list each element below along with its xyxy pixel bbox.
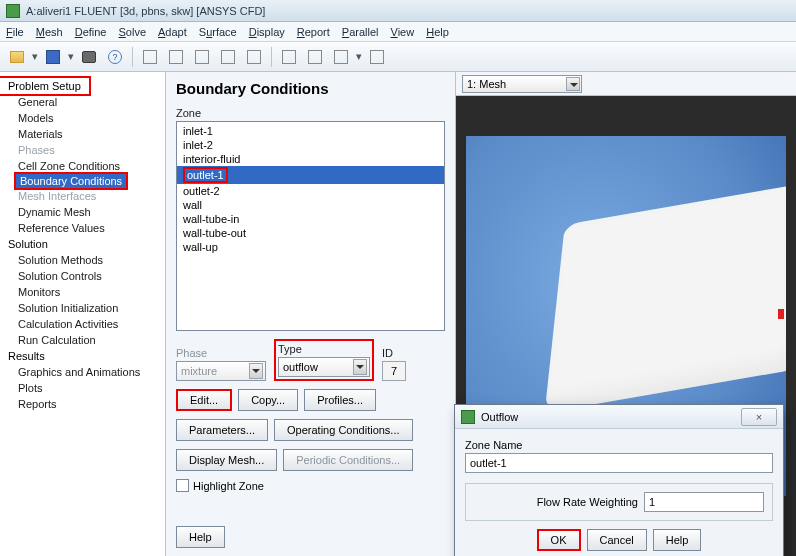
ok-button[interactable]: OK xyxy=(537,529,581,551)
axes-icon xyxy=(308,50,322,64)
menu-surface[interactable]: Surface xyxy=(199,26,237,38)
nav-materials[interactable]: Materials xyxy=(0,126,165,142)
display-mesh-button[interactable]: Display Mesh... xyxy=(176,449,277,471)
nav-models[interactable]: Models xyxy=(0,110,165,126)
dialog-help-button[interactable]: Help xyxy=(653,529,702,551)
pan-icon xyxy=(169,50,183,64)
fit-tool[interactable] xyxy=(278,46,300,68)
flow-rate-weighting-input[interactable]: 1 xyxy=(644,492,764,512)
zoom-tool[interactable] xyxy=(191,46,213,68)
zoom-icon xyxy=(195,50,209,64)
dialog-icon xyxy=(461,410,475,424)
nav-reference-values[interactable]: Reference Values xyxy=(0,220,165,236)
chevron-down-icon xyxy=(353,359,367,375)
nav-plots[interactable]: Plots xyxy=(0,380,165,396)
menu-display[interactable]: Display xyxy=(249,26,285,38)
save-button[interactable] xyxy=(42,46,64,68)
close-button[interactable]: × xyxy=(741,408,777,426)
zone-item[interactable]: inlet-2 xyxy=(177,138,444,152)
probe-tool[interactable] xyxy=(243,46,265,68)
dialog-titlebar[interactable]: Outflow × xyxy=(455,405,783,429)
menu-file[interactable]: File xyxy=(6,26,24,38)
menu-mesh[interactable]: Mesh xyxy=(36,26,63,38)
nav-graphics[interactable]: Graphics and Animations xyxy=(0,364,165,380)
probe-icon xyxy=(247,50,261,64)
highlight-zone-checkbox[interactable] xyxy=(176,479,189,492)
nav-solution[interactable]: Solution xyxy=(0,236,165,252)
zone-listbox[interactable]: inlet-1 inlet-2 interior-fluid outlet-1 … xyxy=(176,121,445,331)
nav-run-calculation[interactable]: Run Calculation xyxy=(0,332,165,348)
nav-mesh-interfaces[interactable]: Mesh Interfaces xyxy=(0,188,165,204)
toolbar: ▾ ▾ ? ▾ xyxy=(0,42,796,72)
menu-solve[interactable]: Solve xyxy=(118,26,146,38)
operating-conditions-button[interactable]: Operating Conditions... xyxy=(274,419,413,441)
close-icon: × xyxy=(756,411,762,423)
nav-solution-initialization[interactable]: Solution Initialization xyxy=(0,300,165,316)
layout-tool[interactable] xyxy=(330,46,352,68)
rotate-icon xyxy=(143,50,157,64)
copy-button[interactable]: Copy... xyxy=(238,389,298,411)
menu-help[interactable]: Help xyxy=(426,26,449,38)
titlebar: A:aliveri1 FLUENT [3d, pbns, skw] [ANSYS… xyxy=(0,0,796,22)
fit-icon xyxy=(282,50,296,64)
nav-boundary-conditions[interactable]: Boundary Conditions xyxy=(14,172,128,190)
task-heading: Boundary Conditions xyxy=(176,80,445,97)
zone-item[interactable]: wall-up xyxy=(177,240,444,254)
edit-button[interactable]: Edit... xyxy=(176,389,232,411)
screenshot-button[interactable] xyxy=(78,46,100,68)
zone-item[interactable]: inlet-1 xyxy=(177,124,444,138)
flow-rate-group: Flow Rate Weighting 1 xyxy=(465,483,773,521)
viewport-selector[interactable]: 1: Mesh xyxy=(462,75,582,93)
phase-label: Phase xyxy=(176,347,266,359)
app-icon xyxy=(6,4,20,18)
rotate-tool[interactable] xyxy=(139,46,161,68)
type-combo[interactable]: outflow xyxy=(278,357,370,377)
nav-dynamic-mesh[interactable]: Dynamic Mesh xyxy=(0,204,165,220)
nav-problem-setup[interactable]: Problem Setup xyxy=(0,76,91,96)
zone-item[interactable]: wall xyxy=(177,198,444,212)
cancel-button[interactable]: Cancel xyxy=(587,529,647,551)
help-button[interactable]: Help xyxy=(176,526,225,548)
zone-item[interactable]: wall-tube-out xyxy=(177,226,444,240)
open-button[interactable] xyxy=(6,46,28,68)
menu-view[interactable]: View xyxy=(391,26,415,38)
id-label: ID xyxy=(382,347,406,359)
nav-solution-methods[interactable]: Solution Methods xyxy=(0,252,165,268)
layout-icon xyxy=(334,50,348,64)
help-icon: ? xyxy=(108,50,122,64)
pan-tool[interactable] xyxy=(165,46,187,68)
boundary-marker xyxy=(778,309,784,319)
flow-rate-weighting-label: Flow Rate Weighting xyxy=(537,496,638,508)
menu-define[interactable]: Define xyxy=(75,26,107,38)
help-button[interactable]: ? xyxy=(104,46,126,68)
settings-tool[interactable] xyxy=(366,46,388,68)
axes-tool[interactable] xyxy=(304,46,326,68)
periodic-conditions-button: Periodic Conditions... xyxy=(283,449,413,471)
highlight-zone-label: Highlight Zone xyxy=(193,480,264,492)
camera-icon xyxy=(82,51,96,63)
nav-general[interactable]: General xyxy=(0,94,165,110)
disk-icon xyxy=(46,50,60,64)
menu-parallel[interactable]: Parallel xyxy=(342,26,379,38)
menu-report[interactable]: Report xyxy=(297,26,330,38)
outflow-dialog: Outflow × Zone Name outlet-1 Flow Rate W… xyxy=(454,404,784,556)
id-field: 7 xyxy=(382,361,406,381)
menubar: File Mesh Define Solve Adapt Surface Dis… xyxy=(0,22,796,42)
zoom-box-tool[interactable] xyxy=(217,46,239,68)
nav-monitors[interactable]: Monitors xyxy=(0,284,165,300)
zone-name-input[interactable]: outlet-1 xyxy=(465,453,773,473)
menu-adapt[interactable]: Adapt xyxy=(158,26,187,38)
nav-phases[interactable]: Phases xyxy=(0,142,165,158)
zone-item-selected[interactable]: outlet-1 xyxy=(177,166,444,184)
nav-results[interactable]: Results xyxy=(0,348,165,364)
nav-calculation-activities[interactable]: Calculation Activities xyxy=(0,316,165,332)
parameters-button[interactable]: Parameters... xyxy=(176,419,268,441)
nav-reports[interactable]: Reports xyxy=(0,396,165,412)
chevron-down-icon xyxy=(249,363,263,379)
profiles-button[interactable]: Profiles... xyxy=(304,389,376,411)
nav-solution-controls[interactable]: Solution Controls xyxy=(0,268,165,284)
nav-tree: Problem Setup General Models Materials P… xyxy=(0,72,166,556)
zone-item[interactable]: outlet-2 xyxy=(177,184,444,198)
zone-item[interactable]: wall-tube-in xyxy=(177,212,444,226)
zone-item[interactable]: interior-fluid xyxy=(177,152,444,166)
